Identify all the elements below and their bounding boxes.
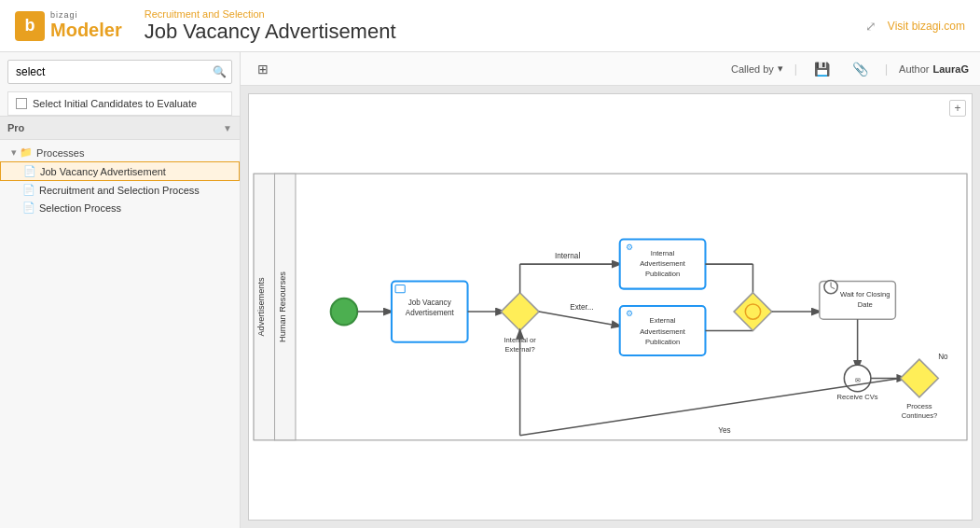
svg-text:Publication: Publication — [645, 338, 680, 346]
collapse-icon[interactable]: ▼ — [223, 123, 232, 133]
logo-text: bizagi Modeler — [50, 10, 122, 41]
attach-button[interactable]: 📎 — [847, 58, 874, 80]
header-subtitle: Recruitment and Selection — [145, 8, 865, 20]
svg-text:Publication: Publication — [645, 270, 680, 278]
svg-text:Process: Process — [906, 402, 932, 410]
svg-text:Internal: Internal — [555, 252, 580, 260]
bpmn-diagram: Advertisements Human Resourses Job Vacan… — [249, 94, 972, 520]
svg-text:Date: Date — [858, 300, 873, 309]
logo-biz: bizagi — [50, 10, 122, 20]
svg-text:⚙: ⚙ — [626, 309, 633, 318]
author-name: LauraG — [932, 63, 969, 75]
svg-text:No: No — [938, 353, 948, 361]
svg-text:Advertisements: Advertisements — [256, 277, 266, 337]
sidebar-item-job-vacancy[interactable]: 📄 Job Vacancy Advertisement — [0, 161, 240, 181]
author-info: Author LauraG — [899, 63, 969, 75]
svg-text:Advertisement: Advertisement — [640, 259, 686, 268]
svg-text:Advertisement: Advertisement — [406, 309, 455, 317]
visit-link[interactable]: Visit bizagi.com — [888, 20, 965, 33]
search-suggestion[interactable]: Select Initial Candidates to Evaluate — [7, 91, 232, 116]
header-title-area: Recruitment and Selection Job Vacancy Ad… — [145, 8, 865, 44]
sidebar-item-recruitment[interactable]: 📄 Recruitment and Selection Process — [0, 181, 240, 199]
share-icon[interactable]: ⤢ — [865, 19, 876, 34]
header-title: Job Vacancy Advertisement — [145, 20, 865, 44]
main-content: ⊞ Called by ▾ | 💾 📎 | Author LauraG + — [241, 52, 980, 528]
called-by: Called by ▾ — [731, 63, 783, 75]
svg-text:Job Vacancy: Job Vacancy — [408, 299, 452, 307]
svg-text:Wait for Closing: Wait for Closing — [840, 290, 890, 299]
svg-text:Receive CVs: Receive CVs — [837, 393, 878, 401]
called-by-chevron[interactable]: ▾ — [778, 63, 783, 75]
doc-icon-active: 📄 — [23, 165, 36, 177]
suggestion-checkbox[interactable] — [16, 98, 27, 109]
sidebar-section-header: Pro ▼ — [0, 116, 240, 140]
search-area: 🔍 — [0, 52, 240, 91]
header-right: ⤢ Visit bizagi.com — [865, 19, 965, 34]
sidebar: 🔍 Select Initial Candidates to Evaluate … — [0, 52, 241, 528]
diagram-canvas: + Advertisements Human Resourses — [248, 93, 973, 521]
svg-text:Internal: Internal — [651, 249, 675, 257]
svg-text:⚙: ⚙ — [626, 243, 633, 252]
search-input[interactable] — [7, 60, 232, 84]
search-icon: 🔍 — [213, 65, 227, 78]
diagram-area[interactable]: + Advertisements Human Resourses — [241, 86, 980, 528]
svg-text:Advertisement: Advertisement — [640, 327, 686, 336]
sidebar-item-label-0: Job Vacancy Advertisement — [40, 166, 166, 177]
doc-icon-1: 📄 — [22, 184, 35, 196]
author-label: Author — [899, 63, 929, 75]
svg-text:External: External — [650, 316, 676, 325]
logo: b bizagi Modeler — [15, 10, 122, 41]
app-header: b bizagi Modeler Recruitment and Selecti… — [0, 0, 980, 52]
app-body: 🔍 Select Initial Candidates to Evaluate … — [0, 52, 980, 528]
called-by-label: Called by — [731, 63, 774, 75]
sidebar-item-label-2: Selection Process — [39, 202, 121, 214]
diagram-toolbar: ⊞ Called by ▾ | 💾 📎 | Author LauraG — [241, 52, 980, 86]
processes-group[interactable]: ▾ 📁 Processes — [0, 144, 240, 161]
add-element-button[interactable]: + — [949, 100, 966, 117]
svg-point-6 — [331, 299, 358, 326]
separator-2: | — [885, 63, 888, 76]
svg-text:Human Resourses: Human Resourses — [278, 271, 287, 342]
expand-button[interactable]: ⊞ — [252, 58, 274, 80]
sidebar-item-label-1: Recruitment and Selection Process — [39, 185, 200, 196]
svg-text:✉: ✉ — [855, 377, 861, 384]
svg-text:Exter...: Exter... — [570, 303, 593, 312]
suggestion-text: Select Initial Candidates to Evaluate — [33, 98, 197, 109]
logo-modeler: Modeler — [50, 20, 122, 41]
logo-icon: b — [15, 11, 45, 41]
processes-label: Processes — [36, 147, 84, 159]
folder-icon: ▾ 📁 — [11, 146, 33, 159]
separator-1: | — [794, 63, 797, 76]
tree-section: ▾ 📁 Processes 📄 Job Vacancy Advertisemen… — [0, 140, 240, 220]
svg-text:Yes: Yes — [718, 426, 730, 435]
svg-text:Continues?: Continues? — [902, 411, 938, 420]
sidebar-section-label: Pro — [7, 122, 24, 133]
save-button[interactable]: 💾 — [808, 58, 835, 80]
sidebar-item-selection[interactable]: 📄 Selection Process — [0, 199, 240, 216]
doc-icon-2: 📄 — [22, 201, 35, 214]
